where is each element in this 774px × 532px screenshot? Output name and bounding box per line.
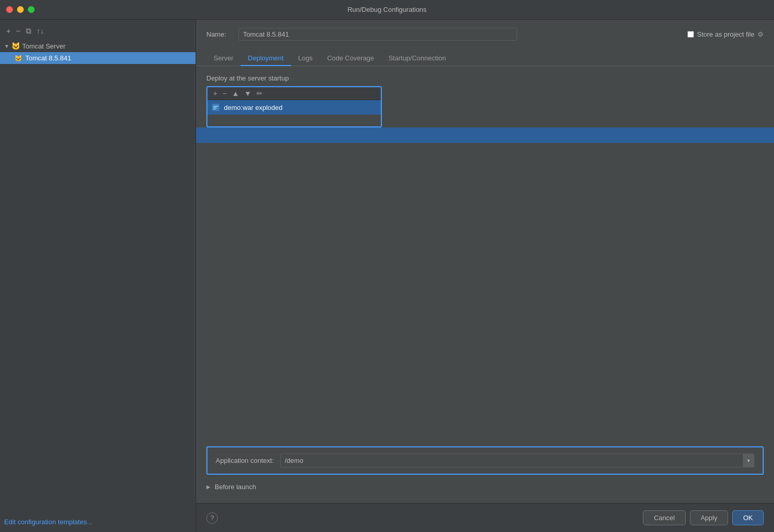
apply-button[interactable]: Apply <box>690 510 729 525</box>
tab-deployment[interactable]: Deployment <box>240 51 291 66</box>
deploy-add-button[interactable]: + <box>212 89 219 98</box>
svg-rect-3 <box>213 109 216 110</box>
minimize-button[interactable] <box>17 6 24 13</box>
main-layout: + − ⧉ ↑↓ ▼ 🐱 Tomcat Server 🐱 Tomcat 8.5.… <box>0 20 774 532</box>
chevron-down-icon: ▼ <box>4 43 9 49</box>
sidebar-item-tomcat-instance[interactable]: 🐱 Tomcat 8.5.841 <box>0 52 196 64</box>
app-context-dropdown-button[interactable]: ▾ <box>742 454 754 467</box>
deployment-list-container: + − ▲ ▼ ✏ demo:war explo <box>206 86 382 127</box>
ok-button[interactable]: OK <box>732 510 764 525</box>
deploy-section-label: Deploy at the server startup <box>206 74 764 82</box>
store-project-section: Store as project file ⚙ <box>687 30 764 38</box>
deployment-item-label: demo:war exploded <box>224 104 282 111</box>
sidebar-item-label: Tomcat 8.5.841 <box>25 54 71 62</box>
sidebar-footer: Edit configuration templates... <box>0 512 196 532</box>
tab-code-coverage[interactable]: Code Coverage <box>320 51 381 66</box>
deployment-list-item[interactable]: demo:war exploded <box>207 100 381 115</box>
remove-config-button[interactable]: − <box>14 26 23 36</box>
name-input[interactable] <box>238 28 517 41</box>
sidebar-group-tomcat-header[interactable]: ▼ 🐱 Tomcat Server <box>0 40 196 52</box>
tab-logs[interactable]: Logs <box>291 51 320 66</box>
content-area: Name: Store as project file ⚙ Server Dep… <box>196 20 774 532</box>
content-body: Deploy at the server startup + − ▲ ▼ ✏ <box>196 66 774 503</box>
cancel-button[interactable]: Cancel <box>643 510 685 525</box>
edit-templates-link[interactable]: Edit configuration templates... <box>4 518 92 526</box>
war-icon <box>212 103 220 111</box>
deployment-toolbar: + − ▲ ▼ ✏ <box>207 87 381 100</box>
title-bar: Run/Debug Configurations <box>0 0 774 20</box>
content-header: Name: Store as project file ⚙ <box>196 20 774 41</box>
before-launch-section: ▶ Before launch <box>206 479 764 495</box>
name-label: Name: <box>206 30 232 38</box>
store-project-label: Store as project file <box>697 30 754 38</box>
maximize-button[interactable] <box>28 6 35 13</box>
sidebar-toolbar: + − ⧉ ↑↓ <box>0 24 196 40</box>
bottom-actions: Cancel Apply OK <box>643 510 764 525</box>
traffic-lights <box>6 6 35 13</box>
svg-rect-1 <box>213 106 218 107</box>
deploy-edit-button[interactable]: ✏ <box>255 89 264 98</box>
close-button[interactable] <box>6 6 13 13</box>
before-launch-label: Before launch <box>215 483 256 491</box>
tab-server[interactable]: Server <box>206 51 240 66</box>
sort-config-button[interactable]: ↑↓ <box>35 26 46 36</box>
store-project-checkbox[interactable] <box>687 31 694 38</box>
app-context-section: Application context: ▾ <box>206 446 764 475</box>
app-context-label: Application context: <box>216 457 274 464</box>
window-title: Run/Debug Configurations <box>347 6 426 13</box>
tab-startup-connection[interactable]: Startup/Connection <box>381 51 453 66</box>
app-context-input[interactable] <box>280 454 754 467</box>
bottom-bar: ? Cancel Apply OK <box>196 503 774 532</box>
tomcat-item-icon: 🐱 <box>14 55 22 62</box>
tabs-bar: Server Deployment Logs Code Coverage Sta… <box>196 45 774 66</box>
sidebar: + − ⧉ ↑↓ ▼ 🐱 Tomcat Server 🐱 Tomcat 8.5.… <box>0 20 196 532</box>
sidebar-group-label: Tomcat Server <box>22 42 66 50</box>
help-button[interactable]: ? <box>206 512 218 524</box>
gear-icon[interactable]: ⚙ <box>757 30 764 38</box>
app-context-input-wrap: ▾ <box>280 454 754 467</box>
copy-config-button[interactable]: ⧉ <box>24 26 34 36</box>
tomcat-group-icon: 🐱 <box>11 42 20 50</box>
svg-rect-2 <box>213 107 217 108</box>
add-config-button[interactable]: + <box>4 26 13 36</box>
deploy-move-up-button[interactable]: ▲ <box>230 89 240 98</box>
sidebar-group-tomcat: ▼ 🐱 Tomcat Server 🐱 Tomcat 8.5.841 <box>0 40 196 64</box>
spacer <box>206 143 764 446</box>
deploy-move-down-button[interactable]: ▼ <box>243 89 253 98</box>
before-launch-chevron-icon[interactable]: ▶ <box>206 484 211 490</box>
deployment-full-row <box>196 127 774 143</box>
deploy-remove-button[interactable]: − <box>221 89 228 98</box>
